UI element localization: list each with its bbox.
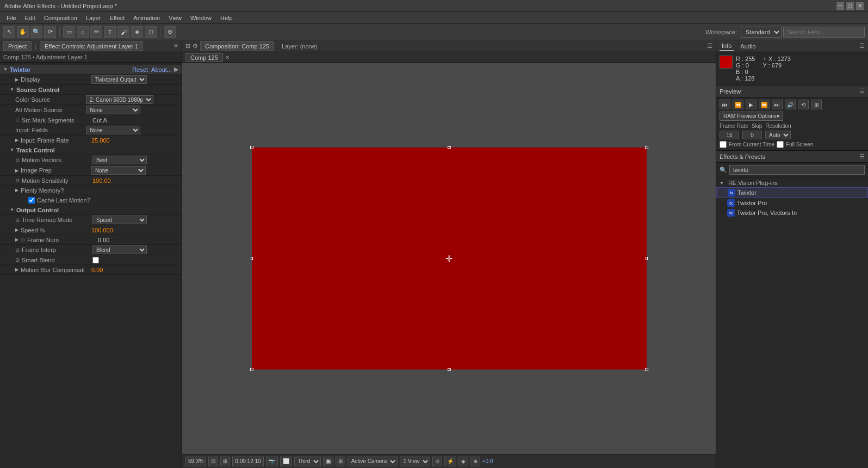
cache-last-checkbox[interactable] [28,197,35,204]
twixtor-pro-vectors-item[interactable]: fx Twixtor Pro, Vectors In [716,208,868,218]
audio-tab[interactable]: Audio [738,42,758,51]
skip-input[interactable] [742,131,762,139]
twixtor-collapse[interactable]: ▼ [3,67,8,72]
about-button[interactable]: About... [151,66,172,73]
handle-tl[interactable] [250,146,253,149]
camera-icon[interactable]: 📷 [266,457,278,466]
motion-blur-value[interactable]: 0.00 [91,267,178,273]
smart-blend-checkbox[interactable] [92,257,99,263]
alt-motion-select[interactable]: None [86,106,140,114]
handle-bottom[interactable] [448,368,451,371]
speed-pct-value[interactable]: 100.000 [91,227,178,233]
view-mode-select[interactable]: Third [294,457,321,466]
stamp-tool[interactable]: ◈ [131,26,143,38]
menu-view[interactable]: View [164,14,186,22]
menu-animation[interactable]: Animation [129,14,164,22]
handle-left[interactable] [251,257,253,260]
motion-blur-expand[interactable]: ▶ [15,267,18,272]
menu-layer[interactable]: Layer [82,14,106,22]
twixtor-pro-item[interactable]: fx Twixtor Pro [716,198,868,208]
zoom-tool[interactable]: 🔍 [30,26,42,38]
step-back[interactable]: ⏪ [733,100,743,109]
go-to-start[interactable]: ⏮ [720,100,730,109]
ellipse-tool[interactable]: ○ [77,26,89,38]
menu-window[interactable]: Window [186,14,216,22]
ram-preview-button[interactable]: RAM Preview Options ▾ [720,112,783,121]
effects-panel-menu[interactable]: ☰ [859,153,865,160]
preview-panel-menu[interactable]: ☰ [859,88,865,95]
grid-button[interactable]: ⊞ [220,457,230,466]
play-button[interactable]: ▶ [746,100,757,109]
close-button[interactable]: ✕ [856,2,864,10]
full-screen-checkbox[interactable] [777,141,784,148]
twixtor-options-icon[interactable]: ▶ [174,66,178,73]
mute-audio[interactable]: 🔊 [785,100,796,109]
info-tab[interactable]: Info [720,41,734,51]
source-control-header[interactable]: ▼ Source Control [0,85,182,95]
output-control-header[interactable]: ▼ Output Control [0,205,182,215]
effects-tab[interactable]: Effects & Presets [720,153,765,160]
loop-button[interactable]: ⟲ [798,100,809,109]
image-prep-expand[interactable]: ▶ [15,168,18,173]
motion-sensitivity-value[interactable]: 100.00 [92,177,178,184]
revisionfx-group[interactable]: ▼ RE:Vision Plug-ins [716,178,868,187]
text-tool[interactable]: T [104,26,116,38]
fit-button[interactable]: ⊡ [208,457,218,466]
twixtor-header[interactable]: ▼ Twixtor Reset About... ▶ [0,65,182,75]
plenty-expand[interactable]: ▶ [15,188,18,193]
input-frame-expand[interactable]: ▶ [15,138,18,143]
channels-btn[interactable]: ▣ [323,457,333,466]
render-btn[interactable]: ⊙ [432,457,442,466]
reset-button[interactable]: Reset [132,66,148,73]
menu-composition[interactable]: Composition [40,14,82,22]
panel-close-icon[interactable]: ✕ [173,42,178,50]
menu-help[interactable]: Help [216,14,237,22]
twixtor-effect-item[interactable]: fx Twixtor [716,187,868,198]
track-control-header[interactable]: ▼ Track Control [0,145,182,155]
comp-tab-close[interactable]: ✕ [225,54,230,60]
hand-tool[interactable]: ✋ [17,26,29,38]
comp-panel-menu[interactable]: ☰ [707,42,712,50]
resolution-btn[interactable]: ⊞ [336,457,345,466]
handle-br[interactable] [645,368,648,371]
time-remap-select[interactable]: Speed [92,215,147,224]
select-tool[interactable]: ↖ [3,26,15,38]
preview-tab[interactable]: Preview [720,88,741,95]
frame-num-expand[interactable]: ▶ [15,237,18,242]
speed-expand[interactable]: ▶ [15,227,18,232]
menu-file[interactable]: File [2,14,21,22]
effect-controls-tab[interactable]: Effect Controls: Adjustment Layer 1 [40,41,143,51]
search-help-input[interactable] [783,27,865,38]
handle-right[interactable] [646,257,648,260]
resolution-select[interactable]: Auto [765,131,791,139]
workspace-select[interactable]: Standard [741,27,782,38]
track-control-expand[interactable]: ▼ [10,147,14,152]
toggle-transparency[interactable]: ⬜ [280,457,292,466]
eraser-tool[interactable]: ◻ [145,26,157,38]
input-frame-value[interactable]: 25.000 [91,137,178,144]
output-control-expand[interactable]: ▼ [10,207,14,212]
menu-effect[interactable]: Effect [105,14,129,22]
handle-bl[interactable] [250,368,253,371]
image-prep-select[interactable]: None [91,166,146,175]
project-tab[interactable]: Project [3,41,32,51]
group-expand-icon[interactable]: ▼ [720,181,724,186]
display-select[interactable]: Twixtored Output [91,75,147,84]
flow-diagram[interactable]: ⊕ [470,457,480,466]
info-panel-menu[interactable]: ☰ [859,42,865,50]
brush-tool[interactable]: 🖌 [117,26,129,38]
camera-select[interactable]: Active Camera [348,457,398,466]
timecode-display[interactable]: 0:00:12:10 [232,457,263,466]
from-current-checkbox[interactable] [720,141,727,148]
color-source-select[interactable]: 2. Canon 500D 1080p [86,95,153,104]
menu-edit[interactable]: Edit [21,14,40,22]
rotate-tool[interactable]: ⟳ [44,26,56,38]
zoom-display[interactable]: 59.3% [185,457,206,466]
motion-vectors-select[interactable]: Best [92,156,147,164]
handle-tr[interactable] [645,146,648,149]
minimize-button[interactable]: ─ [836,2,844,10]
views-select[interactable]: 1 View [400,457,430,466]
handle-top[interactable] [448,146,451,149]
pen-tool[interactable]: ✏ [90,26,102,38]
puppet-tool[interactable]: ⊕ [164,26,176,38]
